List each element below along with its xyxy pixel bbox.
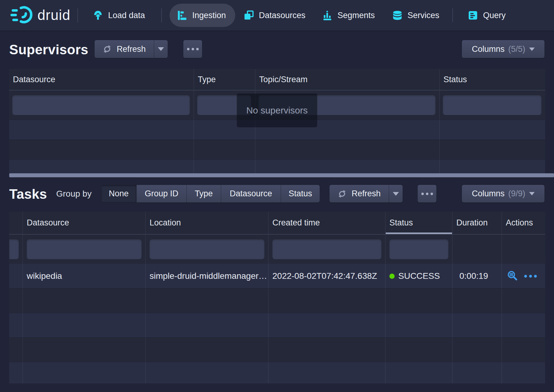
tasks-columns-button[interactable]: Columns (9/9) [462,185,544,202]
horizontal-scrollbar[interactable] [9,173,554,177]
columns-label: Columns [472,189,505,198]
task-detail-magnifier-icon[interactable] [507,270,519,282]
columns-label: Columns [472,44,505,54]
cell-actions [501,264,545,288]
ingestion-icon [177,10,187,21]
header-status-sorted[interactable]: Status [385,212,452,234]
nav-item-datasources[interactable]: Datasources [244,0,306,31]
supervisors-refresh-split-button: Refresh [95,40,168,58]
status-filter-input[interactable] [443,95,541,115]
supervisors-more-button[interactable] [183,40,202,58]
header-type[interactable]: Type [193,69,255,90]
empty-table-row [9,159,545,173]
nav-divider [161,8,162,22]
supervisors-table-header: Datasource Type Topic/Stream Status [9,69,545,90]
nav-divider [77,8,78,22]
task-row-wikipedia: wikipedia simple-druid-middlemanager… 20… [9,264,545,288]
group-by-group-id-button[interactable]: Group ID [136,185,186,202]
task-actions-menu-icon[interactable] [524,275,537,278]
nav-label-datasources: Datasources [259,11,306,20]
gutter-filter-input[interactable] [9,240,19,259]
supervisors-refresh-caret-button[interactable] [154,40,168,58]
refresh-icon [337,189,347,198]
group-by-status-button[interactable]: Status [281,185,320,202]
no-supervisors-overlay: No supervisors [237,94,317,127]
load-data-icon [93,10,103,21]
nav-label-services: Services [408,11,439,20]
no-supervisors-message: No supervisors [246,105,308,116]
refresh-icon [103,44,112,54]
druid-logo-icon[interactable] [10,6,34,25]
nav-item-query[interactable]: Query [468,0,506,31]
header-location[interactable]: Location [145,212,268,234]
group-by-segmented-control: None Group ID Type Datasource Status [101,185,320,202]
empty-table-row [9,362,545,383]
empty-table-row [9,288,545,313]
datasources-icon [244,10,254,21]
refresh-label: Refresh [117,44,146,54]
group-by-label: Group by [56,189,92,199]
tasks-table-header: Datasource Location Created time Status … [9,212,545,235]
status-filter-input[interactable] [389,240,448,259]
empty-table-row [9,337,545,362]
location-filter-input[interactable] [150,240,264,259]
group-by-datasource-button[interactable]: Datasource [221,185,281,202]
supervisors-refresh-button[interactable]: Refresh [95,40,154,58]
gutter-cell [9,264,22,288]
status-text: SUCCESS [398,271,440,281]
tasks-table: Datasource Location Created time Status … [9,212,545,383]
nav-label-query: Query [483,11,506,20]
cell-status: SUCCESS [385,264,452,288]
datasource-filter-input[interactable] [12,95,190,115]
nav-item-load-data[interactable]: Load data [93,0,145,31]
more-icon [421,193,424,195]
nav-divider [452,8,453,22]
columns-count: (9/9) [508,189,525,198]
header-actions[interactable]: Actions [501,212,545,234]
query-icon [468,10,478,21]
header-topic-stream[interactable]: Topic/Stream [255,69,439,90]
more-icon [192,48,194,50]
chevron-down-icon [529,48,535,51]
nav-label-ingestion: Ingestion [192,11,226,20]
header-datasource[interactable]: Datasource [9,69,193,90]
nav-item-ingestion-active[interactable]: Ingestion [170,4,235,27]
header-duration[interactable]: Duration [452,212,501,234]
cell-datasource: wikipedia [22,264,145,288]
group-by-type-button[interactable]: Type [186,185,221,202]
druid-console: { "nav": { "brand": "druid", "load_data"… [0,0,554,392]
refresh-label: Refresh [352,189,381,198]
created-time-filter-input[interactable] [272,240,381,259]
nav-label-segments: Segments [337,11,375,20]
tasks-refresh-caret-button[interactable] [389,185,403,202]
more-icon [187,48,189,50]
supervisors-title: Supervisors [9,41,88,58]
success-status-dot [389,274,395,279]
supervisors-table: Datasource Type Topic/Stream Status No s… [9,69,545,173]
tasks-refresh-split-button: Refresh [330,185,403,202]
more-icon [196,48,199,50]
tasks-filter-row [9,235,545,264]
header-created-time[interactable]: Created time [268,212,385,234]
nav-item-segments[interactable]: Segments [322,0,375,31]
header-status[interactable]: Status [439,69,545,90]
supervisors-columns-button[interactable]: Columns (5/5) [462,40,544,58]
services-icon [392,10,403,21]
sort-indicator [386,233,452,234]
chevron-down-icon [158,47,164,51]
more-icon [426,193,428,195]
datasource-filter-input[interactable] [27,240,142,259]
tasks-refresh-button[interactable]: Refresh [330,185,389,202]
brand-wordmark[interactable]: druid [37,7,70,23]
header-datasource[interactable]: Datasource [22,212,145,234]
empty-table-row [9,313,545,337]
cell-duration: 0:00:19 [452,264,501,288]
chevron-down-icon [529,192,535,195]
empty-table-row [9,140,545,159]
columns-count: (5/5) [508,44,525,54]
group-by-none-button[interactable]: None [101,185,136,202]
tasks-more-button[interactable] [418,185,436,202]
segments-icon [322,10,333,21]
nav-label-load-data: Load data [108,11,145,20]
nav-item-services[interactable]: Services [392,0,439,31]
